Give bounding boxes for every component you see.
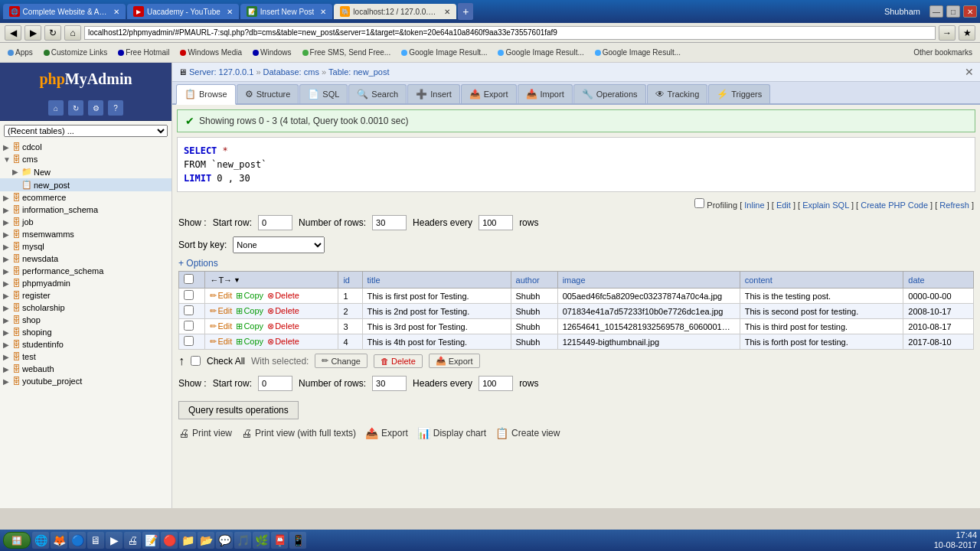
tb-ie-icon[interactable]: 🌐	[32, 532, 49, 549]
address-input[interactable]	[84, 26, 936, 40]
tb-explorer-icon[interactable]: 🖥	[87, 532, 104, 549]
tree-register[interactable]: ▶ 🗄 register	[0, 289, 172, 302]
profiling-checkbox[interactable]	[694, 198, 704, 208]
change-button[interactable]: ✏ Change	[315, 354, 368, 368]
tab-1-close[interactable]: ✕	[113, 8, 119, 16]
tree-scholarship[interactable]: ▶ 🗄 scholarship	[0, 302, 172, 314]
bm-sms[interactable]: Free SMS, Send Free...	[298, 47, 396, 58]
sidebar-help-icon[interactable]: ?	[108, 100, 123, 116]
sidebar-home-icon[interactable]: ⌂	[48, 100, 64, 116]
profiling-explainsql-link[interactable]: Explain SQL	[802, 201, 849, 210]
tab-insert[interactable]: ➕ Insert	[407, 84, 460, 103]
start-row-input-bottom[interactable]	[258, 376, 292, 391]
row-edit-link-1[interactable]: Edit	[217, 306, 232, 315]
print-view-full-op[interactable]: 🖨 Print view (with full texts)	[241, 427, 356, 439]
th-date[interactable]: date	[903, 272, 974, 289]
tb-player-icon[interactable]: ▶	[106, 532, 122, 549]
tree-ecommerce[interactable]: ▶ 🗄 ecommerce	[0, 191, 172, 204]
back-button[interactable]: ◀	[5, 25, 21, 41]
tree-mysql[interactable]: ▶ 🗄 mysql	[0, 240, 172, 253]
tree-job[interactable]: ▶ 🗄 job	[0, 216, 172, 228]
num-rows-input-bottom[interactable]	[372, 376, 407, 391]
tab-triggers[interactable]: ⚡ Triggers	[708, 84, 770, 103]
sidebar-settings-icon[interactable]: ⚙	[88, 100, 103, 116]
tb-filezilla-icon[interactable]: 📂	[198, 532, 214, 549]
row-delete-link-3[interactable]: Delete	[275, 337, 299, 346]
start-button[interactable]: 🪟	[3, 532, 31, 549]
select-all-checkbox[interactable]	[184, 274, 194, 284]
tree-newsdata[interactable]: ▶ 🗄 newsdata	[0, 253, 172, 265]
tree-shoping[interactable]: ▶ 🗄 shoping	[0, 326, 172, 338]
row-copy-link-0[interactable]: Copy	[243, 291, 263, 300]
bm-windows-media[interactable]: Windows Media	[175, 47, 247, 58]
headers-input-bottom[interactable]	[479, 376, 513, 391]
row-check-3[interactable]	[184, 336, 194, 346]
options-row[interactable]: + Options	[172, 256, 980, 271]
sidebar-refresh-icon[interactable]: ↻	[68, 100, 83, 116]
row-delete-link-0[interactable]: Delete	[275, 291, 299, 300]
delete-button[interactable]: 🗑 Delete	[374, 354, 423, 368]
th-image[interactable]: image	[557, 272, 740, 289]
breadcrumb-database[interactable]: Database: cms	[263, 67, 319, 77]
query-results-title[interactable]: Query results operations	[178, 401, 299, 419]
check-all-checkbox[interactable]	[191, 356, 201, 366]
tb-green-icon[interactable]: 🌿	[253, 532, 270, 549]
tree-new-post[interactable]: 📋 new_post	[0, 178, 172, 191]
row-copy-link-1[interactable]: Copy	[243, 306, 263, 315]
refresh-button[interactable]: ↻	[44, 25, 61, 41]
tree-information-schema[interactable]: ▶ 🗄 information_schema	[0, 204, 172, 216]
tree-cms-new[interactable]: ▶ 📁 New	[0, 165, 172, 178]
tree-performance-schema[interactable]: ▶ 🗄 performance_schema	[0, 265, 172, 277]
row-check-0[interactable]	[184, 290, 194, 300]
star-button[interactable]: ★	[959, 25, 975, 41]
tb-firefox-icon[interactable]: 🦊	[51, 532, 67, 549]
tab-4[interactable]: 🐘 localhost:12 / 127.0.0.1 / ... ✕	[334, 4, 456, 19]
tb-printer-icon[interactable]: 🖨	[124, 532, 141, 549]
num-rows-input-top[interactable]	[372, 215, 407, 230]
sort-up-icon[interactable]: ↑	[178, 354, 185, 368]
recent-tables-select[interactable]: (Recent tables) ...	[4, 125, 168, 137]
tb-music-icon[interactable]: 🎵	[234, 532, 251, 549]
sort-select[interactable]: None	[233, 236, 325, 253]
profiling-inline-link[interactable]: Inline	[744, 201, 764, 210]
bm-windows[interactable]: Windows	[248, 47, 296, 58]
row-copy-link-2[interactable]: Copy	[243, 321, 263, 331]
tb-phone-icon[interactable]: 📱	[289, 532, 306, 549]
row-check-1[interactable]	[184, 305, 194, 315]
tab-search[interactable]: 🔍 Search	[348, 84, 407, 103]
row-edit-link-0[interactable]: Edit	[217, 291, 232, 300]
tree-cms[interactable]: ▼ 🗄 cms	[0, 153, 172, 165]
tab-2-close[interactable]: ✕	[227, 8, 233, 16]
home-button[interactable]: ⌂	[64, 25, 81, 41]
tab-tracking[interactable]: 👁 Tracking	[647, 84, 708, 103]
tree-youtube-project[interactable]: ▶ 🗄 youtube_project	[0, 375, 172, 387]
tree-studentinfo[interactable]: ▶ 🗄 studentinfo	[0, 338, 172, 350]
bm-google3[interactable]: Google Image Result...	[590, 47, 685, 58]
row-delete-link-2[interactable]: Delete	[275, 321, 299, 331]
row-edit-link-3[interactable]: Edit	[217, 337, 232, 346]
bm-hotmail[interactable]: Free Hotmail	[113, 47, 174, 58]
print-view-op[interactable]: 🖨 Print view	[178, 427, 232, 439]
th-author[interactable]: author	[511, 272, 557, 289]
start-row-input-top[interactable]	[258, 215, 292, 230]
bm-customize[interactable]: Customize Links	[39, 47, 112, 58]
tab-1[interactable]: 🌐 Complete Website & Ad... ✕	[3, 4, 126, 19]
close-button[interactable]: ✕	[963, 5, 977, 18]
tb-skype-icon[interactable]: 💬	[216, 532, 233, 549]
tab-export[interactable]: 📤 Export	[461, 84, 517, 103]
tree-webauth[interactable]: ▶ 🗄 webauth	[0, 363, 172, 375]
tb-chrome-icon[interactable]: 🔵	[69, 532, 86, 549]
profiling-phpcode-link[interactable]: Create PHP Code	[861, 201, 928, 210]
tab-operations[interactable]: 🔧 Operations	[573, 84, 646, 103]
bm-other[interactable]: Other bookmarks	[909, 47, 977, 58]
th-id[interactable]: id	[338, 272, 362, 289]
profiling-refresh-link[interactable]: Refresh	[939, 201, 969, 210]
tab-3-close[interactable]: ✕	[320, 8, 326, 16]
profiling-edit-link[interactable]: Edit	[776, 201, 791, 210]
breadcrumb-server[interactable]: Server: 127.0.0.1	[189, 67, 253, 77]
bm-apps[interactable]: Apps	[3, 47, 38, 58]
tb-onenote-icon[interactable]: 📝	[142, 532, 159, 549]
create-view-op[interactable]: 📋 Create view	[495, 427, 560, 439]
tab-sql[interactable]: 📄 SQL	[299, 84, 348, 103]
tb-mail-icon[interactable]: 📮	[271, 532, 288, 549]
